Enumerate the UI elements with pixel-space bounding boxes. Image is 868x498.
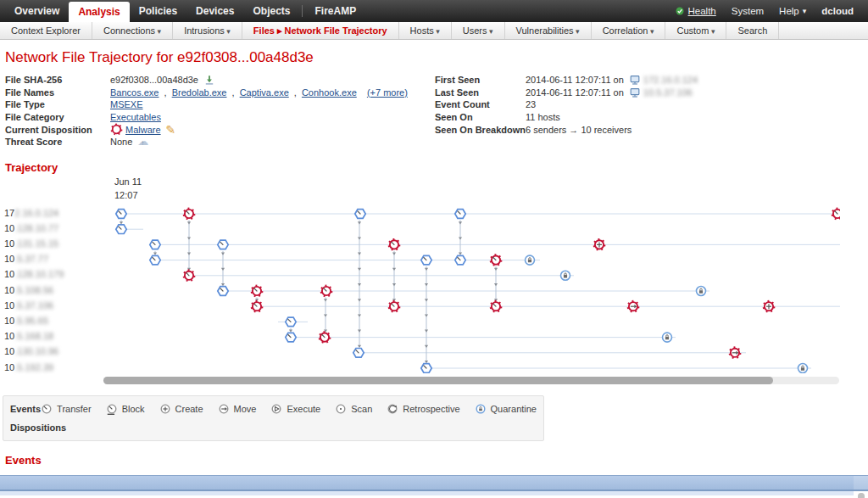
trajectory-node-custom-transfer[interactable] (150, 240, 160, 249)
trajectory-node-quarantine-lock[interactable] (663, 333, 672, 342)
trajectory-node-custom-transfer[interactable] (116, 209, 126, 218)
chart-scrollbar-thumb[interactable] (103, 377, 773, 384)
trajectory-node-malware-transfer[interactable] (251, 299, 263, 311)
sub-nav-item-users[interactable]: Users ▾ (452, 22, 505, 39)
trajectory-node-quarantine-lock[interactable] (561, 271, 570, 280)
value-link[interactable]: Bredolab.exe (172, 87, 227, 98)
value-link[interactable]: Captiva.exe (240, 87, 289, 98)
sub-nav-item-files-network-file-trajectory[interactable]: Files ▸ Network File Trajectory (242, 22, 399, 39)
create-icon (159, 403, 171, 415)
status-label: Help (779, 6, 799, 16)
host-ip-label: 10.128.10.77 (4, 223, 58, 233)
events-table (0, 475, 868, 495)
trajectory-node-quarantine-lock[interactable] (798, 363, 808, 372)
legend-item-label: Create (175, 404, 203, 414)
host-ip-redacted: .128.10.77 (14, 223, 58, 233)
events-table-partial-row (0, 491, 854, 495)
download-icon[interactable] (203, 74, 215, 86)
trajectory-node-malware-transfer[interactable] (251, 284, 263, 296)
trajectory-node-malware-move[interactable] (627, 299, 639, 311)
trajectory-node-quarantine-lock[interactable] (697, 286, 706, 295)
field-value: Bancos.exe , Bredolab.exe , Captiva.exe … (110, 87, 408, 98)
axis-date-label: Jun 11 (114, 176, 142, 187)
file-info-row: File CategoryExecutables (5, 111, 435, 124)
value-link[interactable]: Bancos.exe (110, 87, 159, 98)
status-label: dcloud (821, 6, 854, 16)
edit-pencil-icon[interactable]: ✎ (166, 126, 176, 134)
trajectory-node-malware-transfer[interactable] (183, 269, 195, 281)
trajectory-node-custom-transfer[interactable] (421, 363, 431, 372)
trajectory-node-custom-transfer[interactable] (286, 317, 296, 327)
trajectory-node-malware-transfer[interactable] (388, 238, 400, 250)
host-ip-prefix: 10 (4, 238, 14, 249)
chevron-down-icon: ▾ (803, 7, 807, 15)
value-link[interactable]: Executables (110, 112, 161, 122)
cloud-upload-icon[interactable]: ☁↑ (137, 137, 148, 146)
trajectory-node-custom-transfer[interactable] (455, 209, 465, 218)
host-ip-redacted: .5.108.56 (14, 285, 53, 295)
host-ip-redacted: .131.15.15 (14, 238, 58, 249)
main-nav-tab-fireamp[interactable]: FireAMP (305, 0, 365, 22)
field-value: e92f0308...00a48d3e (110, 74, 215, 86)
main-nav-tab-analysis[interactable]: Analysis (69, 2, 129, 22)
status-item-health[interactable]: Health (669, 6, 722, 16)
sub-nav-item-intrusions[interactable]: Intrusions ▾ (173, 22, 242, 39)
trajectory-node-malware-transfer[interactable] (320, 284, 332, 296)
host-ip-label: 10.128.10.179 (4, 269, 64, 279)
sub-nav-item-search[interactable]: Search (726, 22, 779, 39)
status-item-system[interactable]: System (726, 6, 770, 16)
events-scrollbar-thumb[interactable] (858, 493, 865, 498)
trajectory-node-custom-transfer[interactable] (218, 240, 228, 249)
value-text: e92f0308...00a48d3e (110, 75, 201, 85)
seen-info-row: Last Seen2014-06-11 12:07:11 on 10.5.37.… (435, 87, 698, 99)
field-value: Executables (110, 112, 161, 122)
trajectory-node-malware-create[interactable] (593, 238, 605, 250)
events-vertical-scrollbar[interactable] (858, 493, 865, 498)
chart-horizontal-scrollbar[interactable] (103, 377, 839, 384)
value-link[interactable]: Conhook.exe (302, 87, 357, 98)
sub-nav-item-custom[interactable]: Custom ▾ (665, 22, 726, 39)
trajectory-legend: EventsTransferBlockCreateMoveExecuteScan… (3, 395, 544, 441)
trajectory-node-malware-transfer[interactable] (388, 299, 400, 311)
field-value: MSEXE (110, 99, 143, 109)
field-label: Event Count (435, 99, 526, 109)
trajectory-node-malware-create[interactable] (763, 299, 775, 311)
host-ip-label: 10.5.37.77 (4, 254, 48, 264)
trajectory-node-custom-transfer[interactable] (286, 333, 296, 342)
trajectory-node-custom-transfer[interactable] (150, 255, 160, 265)
sub-nav-item-vulnerabilities[interactable]: Vulnerabilities ▾ (505, 22, 592, 39)
redacted-value: 172.16.0.124 (643, 75, 698, 85)
sub-nav-item-connections[interactable]: Connections ▾ (92, 22, 173, 39)
host-ip-label: 10.5.192.39 (4, 362, 53, 372)
trajectory-node-malware-transfer[interactable] (319, 331, 331, 343)
sub-nav-item-hosts[interactable]: Hosts ▾ (399, 22, 452, 39)
field-value: 23 (526, 99, 536, 109)
value-link[interactable]: (+7 more) (367, 87, 408, 98)
trajectory-node-custom-transfer[interactable] (353, 348, 364, 357)
status-label: System (732, 6, 764, 16)
sub-nav-item-context-explorer[interactable]: Context Explorer (0, 22, 92, 39)
trajectory-node-custom-transfer[interactable] (116, 224, 126, 233)
status-item-dcloud[interactable]: dcloud (815, 6, 860, 16)
trajectory-node-malware-transfer[interactable] (183, 207, 195, 219)
main-nav-tab-policies[interactable]: Policies (130, 0, 186, 22)
main-nav-tab-overview[interactable]: Overview (5, 0, 69, 22)
trajectory-node-custom-transfer[interactable] (455, 255, 465, 265)
trajectory-node-custom-transfer[interactable] (218, 286, 228, 295)
legend-item-transfer: Transfer (41, 403, 92, 415)
trajectory-node-quarantine-lock[interactable] (526, 255, 535, 265)
legend-dispositions-title: Dispositions (10, 422, 77, 433)
trajectory-node-custom-transfer[interactable] (355, 209, 365, 218)
trajectory-node-malware-move[interactable] (729, 346, 741, 358)
trajectory-node-malware-transfer[interactable] (832, 207, 840, 219)
sub-nav-item-correlation[interactable]: Correlation ▾ (592, 22, 666, 39)
trajectory-node-malware-transfer[interactable] (490, 254, 502, 266)
host-ip-prefix: 17 (4, 208, 14, 218)
value-link[interactable]: Malware (125, 125, 161, 135)
trajectory-node-custom-transfer[interactable] (421, 255, 431, 265)
main-nav-tab-objects[interactable]: Objects (243, 0, 299, 22)
value-link[interactable]: MSEXE (110, 99, 143, 109)
main-nav-tab-devices[interactable]: Devices (186, 0, 243, 22)
status-item-help[interactable]: Help▾ (773, 6, 812, 16)
trajectory-node-malware-transfer[interactable] (490, 299, 502, 311)
